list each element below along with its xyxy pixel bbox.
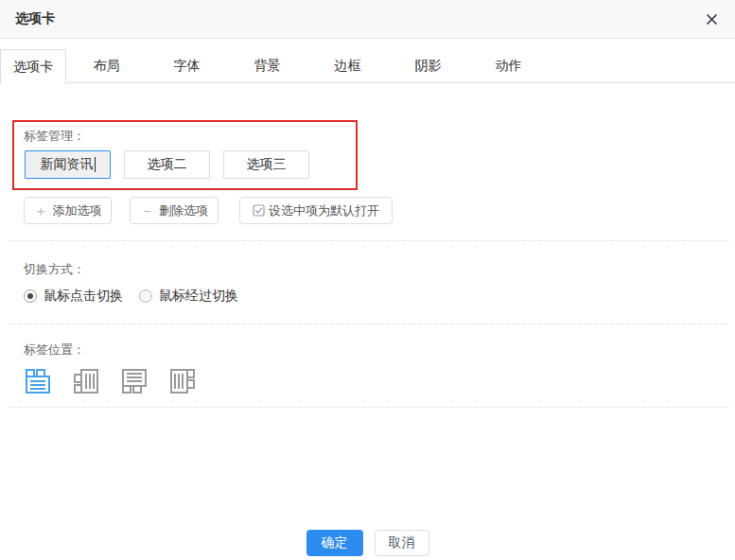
tag-item-label: 选项二 [148,156,187,173]
radio-mouse-click-label[interactable]: 鼠标点击切换 [44,288,123,305]
tab-buju[interactable]: 布局 [66,49,147,83]
tab-position-label: 标签位置： [24,342,735,357]
tag-item-input[interactable]: 新闻资讯 [25,150,111,179]
tab-position-options [24,367,735,395]
dialog-footer: 确定 取消 [0,530,735,556]
cancel-button[interactable]: 取消 [375,530,429,556]
ok-button[interactable]: 确定 [306,530,363,556]
dotted-divider [9,324,728,324]
tab-dongzuo[interactable]: 动作 [468,49,549,83]
tag-item-label: 选项三 [247,156,287,173]
tab-position-top-icon[interactable] [24,367,52,395]
highlight-red-box: 标签管理： 新闻资讯 选项二 选项三 [12,120,358,190]
tab-beijing[interactable]: 背景 [227,49,307,83]
set-default-button[interactable]: 设选中项为默认打开 [239,197,393,224]
tab-position-left-icon[interactable] [72,367,100,395]
tag-list: 新闻资讯 选项二 选项三 [25,150,356,179]
dialog-title: 选项卡 [15,10,55,27]
tab-position-bottom-icon[interactable] [120,367,149,395]
radio-mouse-click[interactable] [24,289,37,303]
switch-mode-label: 切换方式： [24,262,735,276]
switch-mode-options: 鼠标点击切换 鼠标经过切换 [24,289,735,304]
tab-biankuang[interactable]: 边框 [307,49,388,83]
tab-ziti[interactable]: 字体 [147,49,227,83]
tag-item-3[interactable]: 选项三 [223,150,309,179]
close-icon[interactable] [703,10,720,27]
dialog-titlebar: 选项卡 [0,0,735,39]
add-option-button[interactable]: ＋ 添加选项 [24,197,112,224]
set-default-label: 设选中项为默认打开 [269,202,379,219]
tag-item-label: 新闻资讯 [41,156,94,173]
radio-mouse-hover[interactable] [139,289,152,303]
delete-option-button[interactable]: － 删除选项 [130,197,219,224]
tab-xuanxiangka[interactable]: 选项卡 [0,49,66,84]
dotted-divider [9,407,728,408]
dotted-divider [9,240,728,241]
tag-actions-row: ＋ 添加选项 － 删除选项 设选中项为默认打开 [24,197,735,224]
tab-settings-dialog: 选项卡 选项卡 布局 字体 背景 边框 阴影 动作 标签管理： 新闻资讯 选项二… [0,0,735,560]
tag-management-label: 标签管理： [24,129,356,143]
checkbox-checked-icon [253,204,265,217]
tab-bar: 选项卡 布局 字体 背景 边框 阴影 动作 [0,39,735,83]
plus-icon: ＋ [34,203,48,218]
text-caret [95,157,96,172]
add-option-label: 添加选项 [53,202,102,219]
radio-mouse-hover-label[interactable]: 鼠标经过切换 [159,288,238,305]
tab-position-right-icon[interactable] [168,367,197,395]
minus-icon: － [140,203,154,218]
tab-yinying[interactable]: 阴影 [388,49,468,83]
delete-option-label: 删除选项 [159,202,208,219]
tag-item-2[interactable]: 选项二 [124,150,210,179]
